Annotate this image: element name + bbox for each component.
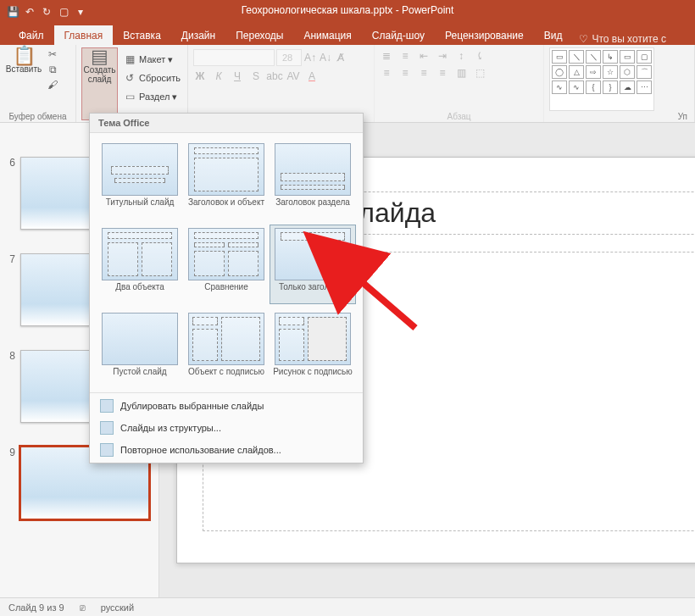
paste-button[interactable]: 📋 Вставить xyxy=(5,47,42,111)
paste-label: Вставить xyxy=(6,64,42,74)
indent-dec-icon[interactable]: ⇤ xyxy=(417,49,431,63)
section-button[interactable]: ▭Раздел ▾ xyxy=(121,88,182,105)
layout-section-header[interactable]: Заголовок раздела xyxy=(270,140,356,219)
justify-icon[interactable]: ≡ xyxy=(436,66,449,80)
shape-hex-icon[interactable]: ⬡ xyxy=(620,65,635,79)
align-center-icon[interactable]: ≡ xyxy=(398,66,412,80)
layout-title-only[interactable]: Только заголовок xyxy=(270,225,356,304)
grow-font-icon[interactable]: A↑ xyxy=(303,51,317,64)
gallery-footer: Дублировать выбранные слайды Слайды из с… xyxy=(90,392,363,463)
copy-icon[interactable]: ⧉ xyxy=(46,63,59,76)
spacing-icon[interactable]: AV xyxy=(286,69,300,83)
underline-icon[interactable]: Ч xyxy=(231,69,244,83)
numbering-icon[interactable]: ≡ xyxy=(398,49,412,63)
shape-callout-icon[interactable]: ☁ xyxy=(620,80,635,94)
font-name-combo[interactable] xyxy=(193,49,275,66)
redo-icon[interactable]: ↻ xyxy=(39,4,54,19)
layout-two-content[interactable]: Два объекта xyxy=(97,225,183,304)
shape-arrow-icon[interactable]: ⇨ xyxy=(586,65,601,79)
strike-icon[interactable]: S xyxy=(249,69,263,83)
shape-rect-icon[interactable]: ▭ xyxy=(620,50,635,64)
text-direction-icon[interactable]: ⤹ xyxy=(473,49,486,63)
reset-button[interactable]: ↺Сбросить xyxy=(121,69,182,86)
shape-star-icon[interactable]: ☆ xyxy=(603,65,618,79)
tab-transitions[interactable]: Переходы xyxy=(225,25,293,45)
reuse-icon xyxy=(100,443,114,457)
reuse-slides-item[interactable]: Повторное использование слайдов... xyxy=(90,439,363,461)
cut-icon[interactable]: ✂ xyxy=(46,47,59,61)
layout-blank[interactable]: Пустой слайд xyxy=(97,309,183,389)
shadow-icon[interactable]: abc xyxy=(268,69,281,83)
reset-icon: ↺ xyxy=(123,71,136,85)
tab-home[interactable]: Главная xyxy=(54,25,114,45)
tell-me-search[interactable]: ♡ Что вы хотите с xyxy=(579,33,666,45)
bullets-icon[interactable]: ≣ xyxy=(380,49,393,63)
slide-counter[interactable]: Слайд 9 из 9 xyxy=(8,602,64,613)
shrink-font-icon[interactable]: A↓ xyxy=(319,51,332,64)
layout-picture-caption[interactable]: Рисунок с подписью xyxy=(270,309,356,389)
font-color-icon[interactable]: A xyxy=(305,69,319,83)
clipboard-group-label: Буфер обмена xyxy=(5,111,70,121)
clear-format-icon[interactable]: A̸ xyxy=(334,51,348,64)
tell-me-label: Что вы хотите с xyxy=(592,33,666,45)
slides-from-outline-item[interactable]: Слайды из структуры... xyxy=(90,417,363,439)
new-slide-button[interactable]: ▤ Создать слайд xyxy=(81,47,118,120)
duplicate-icon xyxy=(100,399,114,413)
tab-design[interactable]: Дизайн xyxy=(171,25,225,45)
shapes-gallery[interactable]: ▭ ＼ ＼ ↳ ▭ ▢ ◯ △ ⇨ ☆ ⬡ ⌒ ∿ ∿ { } ☁ ⋯ xyxy=(549,47,654,111)
line-spacing-icon[interactable]: ↕ xyxy=(454,49,468,63)
editing-group-label: Уп xyxy=(549,111,689,121)
shape-brace2-icon[interactable]: } xyxy=(603,80,618,94)
thumb-number: 6 xyxy=(5,157,15,169)
shape-tri-icon[interactable]: △ xyxy=(569,65,584,79)
shape-freeform-icon[interactable]: ∿ xyxy=(569,80,584,94)
smartart-icon[interactable]: ⬚ xyxy=(473,66,486,80)
layout-title-content[interactable]: Заголовок и объект xyxy=(183,140,270,219)
new-slide-label: Создать слайд xyxy=(82,65,117,84)
spellcheck-icon[interactable]: ⎚ xyxy=(80,602,86,613)
layout-title-slide[interactable]: Титульный слайд xyxy=(97,140,183,219)
shape-line2-icon[interactable]: ＼ xyxy=(586,50,601,64)
ribbon: 📋 Вставить ✂ ⧉ 🖌 Буфер обмена ▤ Создать … xyxy=(0,45,695,123)
indent-inc-icon[interactable]: ⇥ xyxy=(436,49,449,63)
tab-slideshow[interactable]: Слайд-шоу xyxy=(362,25,435,45)
shape-more-icon[interactable]: ⋯ xyxy=(637,80,652,94)
quick-access-toolbar: 💾 ↶ ↻ ▢ ▾ xyxy=(0,4,88,19)
save-icon[interactable]: 💾 xyxy=(5,4,20,19)
tab-animations[interactable]: Анимация xyxy=(293,25,361,45)
paragraph-group-label: Абзац xyxy=(380,111,538,121)
shape-textbox-icon[interactable]: ▭ xyxy=(552,50,567,64)
qat-dropdown-icon[interactable]: ▾ xyxy=(73,4,88,19)
tab-file[interactable]: Файл xyxy=(8,25,54,45)
format-painter-icon[interactable]: 🖌 xyxy=(46,78,59,92)
tab-view[interactable]: Вид xyxy=(534,25,573,45)
italic-icon[interactable]: К xyxy=(212,69,225,83)
shape-brace-icon[interactable]: { xyxy=(586,80,601,94)
shape-oval-icon[interactable]: ◯ xyxy=(552,65,567,79)
shape-connector-icon[interactable]: ↳ xyxy=(603,50,618,64)
columns-icon[interactable]: ▥ xyxy=(454,66,468,80)
thumb-number: 9 xyxy=(5,447,15,458)
clipboard-icon: 📋 xyxy=(17,49,31,63)
shape-rrect-icon[interactable]: ▢ xyxy=(637,50,652,64)
align-right-icon[interactable]: ≡ xyxy=(417,66,431,80)
layout-button[interactable]: ▦Макет ▾ xyxy=(121,51,182,68)
undo-icon[interactable]: ↶ xyxy=(22,4,37,19)
tab-review[interactable]: Рецензирование xyxy=(435,25,534,45)
start-show-icon[interactable]: ▢ xyxy=(56,4,71,19)
tab-insert[interactable]: Вставка xyxy=(113,25,171,45)
layout-grid: Титульный слайд Заголовок и объект Загол… xyxy=(90,133,363,392)
duplicate-slides-item[interactable]: Дублировать выбранные слайды xyxy=(90,395,363,417)
thumb-number: 7 xyxy=(5,253,15,265)
new-slide-gallery: Тема Office Титульный слайд Заголовок и … xyxy=(89,113,364,463)
shape-curve-icon[interactable]: ∿ xyxy=(552,80,567,94)
bold-icon[interactable]: Ж xyxy=(193,69,207,83)
language-status[interactable]: русский xyxy=(101,602,134,613)
shape-arc-icon[interactable]: ⌒ xyxy=(637,65,652,79)
align-left-icon[interactable]: ≡ xyxy=(380,66,393,80)
shape-line-icon[interactable]: ＼ xyxy=(569,50,584,64)
titlebar: 💾 ↶ ↻ ▢ ▾ Геохронологическая шкала.pptx … xyxy=(0,0,695,24)
layout-content-caption[interactable]: Объект с подписью xyxy=(183,309,270,389)
font-size-combo[interactable]: 28 xyxy=(276,49,302,66)
layout-comparison[interactable]: Сравнение xyxy=(183,225,270,304)
